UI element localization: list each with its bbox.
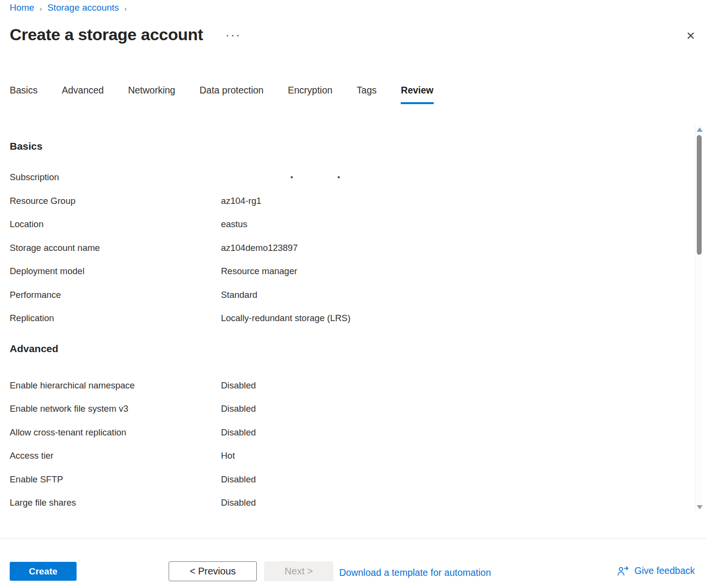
row-value: Standard bbox=[221, 290, 257, 300]
breadcrumb-separator-icon: › bbox=[125, 4, 127, 13]
review-row-storage-account-name: Storage account nameaz104demo123897 bbox=[0, 236, 693, 260]
row-label: Enable network file system v3 bbox=[10, 403, 221, 414]
row-value: az104demo123897 bbox=[221, 243, 298, 253]
review-row-performance: PerformanceStandard bbox=[0, 283, 693, 307]
review-row-resource-group: Resource Groupaz104-rg1 bbox=[0, 189, 693, 213]
review-row-deployment-model: Deployment modelResource manager bbox=[0, 260, 693, 283]
row-value: Disabled bbox=[221, 497, 256, 508]
footer-divider bbox=[0, 538, 706, 539]
row-value: Locally-redundant storage (LRS) bbox=[221, 313, 350, 324]
review-content: BasicsSubscriptionResource Groupaz104-rg… bbox=[0, 125, 693, 515]
row-value: Disabled bbox=[221, 427, 256, 438]
breadcrumb: Home›Storage accounts› bbox=[10, 2, 127, 13]
row-value: Resource manager bbox=[221, 266, 297, 277]
row-label: Enable SFTP bbox=[10, 474, 221, 485]
section-heading-basics: Basics bbox=[10, 140, 693, 152]
section-heading-advanced: Advanced bbox=[10, 343, 693, 355]
feedback-label: Give feedback bbox=[634, 565, 695, 576]
page-header: Create a storage account ··· bbox=[10, 25, 242, 44]
breadcrumb-link-home[interactable]: Home bbox=[10, 2, 34, 13]
review-row-access-tier: Access tierHot bbox=[0, 444, 693, 468]
row-label: Location bbox=[10, 219, 221, 230]
feedback-icon bbox=[616, 564, 629, 577]
section-rows-advanced: Enable hierarchical namespaceDisabledEna… bbox=[0, 374, 693, 515]
create-button[interactable]: Create bbox=[10, 562, 77, 581]
breadcrumb-separator-icon: › bbox=[40, 4, 42, 13]
row-label: Enable hierarchical namespace bbox=[10, 380, 221, 391]
tab-review[interactable]: Review bbox=[401, 85, 433, 104]
row-label: Access tier bbox=[10, 450, 221, 461]
row-label: Deployment model bbox=[10, 266, 221, 277]
row-value: az104-rg1 bbox=[221, 196, 261, 206]
next-button[interactable]: Next > bbox=[264, 561, 333, 581]
tab-bar: BasicsAdvancedNetworkingData protectionE… bbox=[10, 85, 434, 104]
redacted-value-artifact bbox=[291, 176, 293, 178]
review-row-enable-network-file-system-v3: Enable network file system v3Disabled bbox=[0, 397, 693, 421]
more-options-icon[interactable]: ··· bbox=[226, 31, 242, 41]
review-row-subscription: Subscription bbox=[0, 166, 693, 189]
page-title: Create a storage account bbox=[10, 25, 203, 44]
tab-data-protection[interactable]: Data protection bbox=[200, 85, 264, 104]
tab-tags[interactable]: Tags bbox=[357, 85, 377, 104]
redacted-value-artifact bbox=[338, 176, 340, 178]
scroll-up-arrow-icon[interactable] bbox=[697, 127, 703, 132]
row-label: Allow cross-tenant replication bbox=[10, 427, 221, 438]
row-value: Disabled bbox=[221, 380, 256, 391]
previous-button[interactable]: < Previous bbox=[169, 561, 257, 581]
breadcrumb-link-storage-accounts[interactable]: Storage accounts bbox=[47, 2, 119, 13]
close-icon[interactable]: ✕ bbox=[686, 31, 695, 42]
row-label: Storage account name bbox=[10, 243, 221, 253]
tab-advanced[interactable]: Advanced bbox=[62, 85, 104, 104]
row-label: Resource Group bbox=[10, 196, 221, 206]
review-row-large-file-shares: Large file sharesDisabled bbox=[0, 491, 693, 515]
row-value: eastus bbox=[221, 219, 248, 230]
vertical-scrollbar[interactable] bbox=[695, 125, 703, 511]
row-label: Large file shares bbox=[10, 497, 221, 508]
review-row-enable-hierarchical-namespace: Enable hierarchical namespaceDisabled bbox=[0, 374, 693, 398]
review-row-location: Locationeastus bbox=[0, 213, 693, 236]
scroll-down-arrow-icon[interactable] bbox=[697, 505, 703, 510]
review-row-allow-cross-tenant-replication: Allow cross-tenant replicationDisabled bbox=[0, 421, 693, 445]
download-template-link[interactable]: Download a template for automation bbox=[339, 567, 491, 578]
review-row-enable-sftp: Enable SFTPDisabled bbox=[0, 468, 693, 492]
review-row-replication: ReplicationLocally-redundant storage (LR… bbox=[0, 307, 693, 330]
tab-basics[interactable]: Basics bbox=[10, 85, 37, 104]
row-value: Hot bbox=[221, 450, 235, 461]
row-label: Replication bbox=[10, 313, 221, 324]
tab-encryption[interactable]: Encryption bbox=[288, 85, 332, 104]
row-value: Disabled bbox=[221, 403, 256, 414]
tab-networking[interactable]: Networking bbox=[128, 85, 175, 104]
give-feedback-link[interactable]: Give feedback bbox=[616, 564, 695, 577]
row-value: Disabled bbox=[221, 474, 256, 485]
row-label: Performance bbox=[10, 290, 221, 300]
section-rows-basics: SubscriptionResource Groupaz104-rg1Locat… bbox=[0, 166, 693, 330]
scrollbar-thumb[interactable] bbox=[697, 135, 702, 255]
row-label: Subscription bbox=[10, 172, 221, 183]
